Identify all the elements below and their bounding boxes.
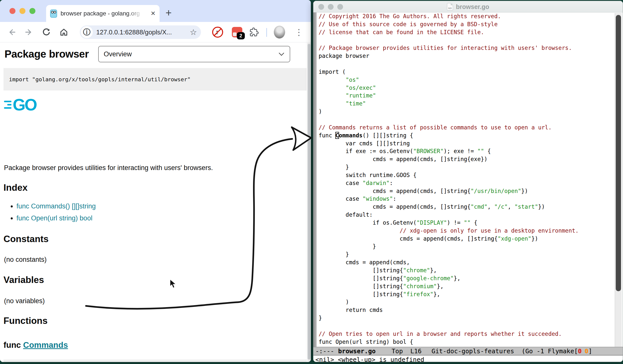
code-line[interactable] [319, 322, 615, 330]
code-line[interactable]: } [319, 251, 615, 259]
index-link-commands[interactable]: func Commands() [][]string [16, 202, 96, 210]
go-logo: GO [4, 95, 36, 114]
nav-select-value: Overview [104, 50, 132, 58]
doc-page: Package browser Overview import "golang.… [0, 42, 311, 362]
code-line[interactable]: } [319, 163, 615, 171]
bookmark-star-icon[interactable]: ☆ [190, 27, 197, 37]
code-line[interactable]: // license that can be found in the LICE… [319, 28, 615, 36]
scroll-blocker-extension-button[interactable]: ↕ [212, 26, 223, 38]
code-line[interactable]: default: [319, 211, 615, 219]
constants-empty-note: (no constants) [4, 256, 47, 264]
code-line[interactable]: switch runtime.GOOS { [319, 171, 615, 179]
avatar [274, 26, 285, 39]
index-link-open[interactable]: func Open(url string) bool [16, 214, 92, 222]
func-commands-heading: func Commands [3, 340, 68, 350]
code-line[interactable]: cmds = append(cmds, []string{"/usr/bin/o… [319, 187, 615, 195]
browser-tab[interactable]: browser package - golang.org ✕ [46, 5, 160, 22]
url-text[interactable]: 127.0.0.1:62888/gopls/X... [96, 28, 172, 36]
profile-button[interactable] [274, 26, 285, 38]
modeline-git-branch[interactable]: Git-doc-gopls-features [432, 348, 514, 355]
chrome-menu-button[interactable]: ⋮ [293, 26, 305, 38]
code-line[interactable]: return cmds [319, 306, 615, 314]
flymake-warning-count[interactable]: 0 [585, 348, 588, 355]
forward-button[interactable] [23, 26, 35, 38]
list-item: func Open(url string) bool [16, 214, 96, 222]
kebab-menu-icon: ⋮ [295, 27, 303, 37]
code-buffer[interactable]: // Copyright 2016 The Go Authors. All ri… [319, 12, 615, 348]
code-line[interactable]: "runtime" [319, 92, 615, 100]
functions-heading: Functions [3, 316, 48, 326]
code-line[interactable]: } [319, 243, 615, 251]
code-line[interactable]: []string{"firefox"}, [319, 290, 615, 298]
reload-button[interactable] [41, 26, 52, 38]
go-file-icon: GO [447, 3, 453, 10]
new-tab-button[interactable]: + [166, 7, 172, 19]
reload-icon [42, 28, 51, 37]
code-line[interactable]: import ( [319, 68, 615, 76]
page-scrollbar-thumb[interactable] [308, 44, 310, 360]
code-line[interactable]: cmds = append(cmds, []string{exe}) [319, 155, 615, 163]
code-line[interactable]: } [319, 314, 615, 322]
close-window-button[interactable] [9, 8, 15, 14]
extension-badge: 2 [237, 32, 245, 39]
flymake-error-count[interactable]: 0 [578, 348, 582, 355]
code-line[interactable]: cmds = append(cmds, []string{"xdg-open"}… [319, 235, 615, 243]
zoom-window-button[interactable] [29, 8, 35, 14]
code-line[interactable]: if os.Getenv("DISPLAY") != "" { [319, 219, 615, 227]
code-line[interactable]: "os" [319, 76, 615, 84]
code-line[interactable]: func Commands() [][]string { [319, 132, 615, 140]
modeline: -:--- browser.go Top L16 Git-doc-gopls-f… [313, 347, 623, 356]
code-line[interactable]: cmds = append(cmds, []string{"cmd", "/c"… [319, 203, 615, 211]
page-title: Package browser [4, 48, 89, 60]
code-line[interactable]: // Use of this source code is governed b… [319, 20, 615, 28]
tab-close-icon[interactable]: ✕ [151, 10, 156, 17]
puzzle-icon [249, 27, 259, 37]
extensions-menu-button[interactable] [248, 26, 260, 38]
package-nav-select[interactable]: Overview [98, 46, 290, 62]
code-line[interactable]: ) [319, 298, 615, 306]
page-scrollbar[interactable] [307, 43, 311, 362]
constants-heading: Constants [3, 234, 49, 244]
code-line[interactable]: case "darwin": [319, 179, 615, 187]
minimize-window-button[interactable] [19, 8, 25, 14]
site-info-button[interactable]: ⓘ [81, 26, 93, 38]
modeline-buffer-name[interactable]: browser.go [338, 348, 376, 355]
red-extension-button[interactable]: 2 [231, 26, 243, 38]
back-button[interactable] [6, 26, 17, 38]
func-commands-link[interactable]: Commands [23, 340, 68, 350]
editor-scrollbar[interactable] [615, 13, 622, 347]
modeline-prefix: -:--- [315, 348, 334, 355]
code-line[interactable] [319, 116, 615, 124]
index-heading: Index [3, 182, 28, 193]
modeline-major-mode[interactable]: (Go -1 Flymake[ [522, 348, 578, 355]
code-line[interactable]: if exe := os.Getenv("BROWSER"); exe != "… [319, 147, 615, 155]
no-scroll-icon: ↕ [212, 27, 223, 38]
code-line[interactable]: ) [319, 108, 615, 116]
code-line[interactable]: []string{"chrome"}, [319, 267, 615, 274]
package-intro: Package browser provides utilities for i… [4, 164, 213, 172]
gopher-favicon-icon [50, 9, 57, 18]
code-line[interactable]: // xdg-open is only for use in a desktop… [319, 227, 615, 235]
code-line[interactable]: func Open(url string) bool { [319, 338, 615, 346]
editor-scrollbar-thumb[interactable] [616, 15, 621, 291]
chevron-down-icon [278, 52, 285, 56]
code-line[interactable]: case "windows": [319, 195, 615, 203]
code-line[interactable]: // Commands returns a list of possible c… [319, 124, 615, 132]
code-line[interactable]: package browser [319, 52, 615, 60]
code-line[interactable]: cmds = append(cmds, [319, 259, 615, 267]
code-line[interactable]: // Copyright 2016 The Go Authors. All ri… [319, 12, 615, 20]
forward-arrow-icon [26, 30, 31, 35]
code-line[interactable]: // Package browser provides utilities fo… [319, 44, 615, 52]
code-line[interactable]: "time" [319, 100, 615, 108]
code-line[interactable]: []string{"chromium"}, [319, 282, 615, 290]
code-line[interactable]: []string{"google-chrome"}, [319, 274, 615, 282]
code-line[interactable]: "os/exec" [319, 84, 615, 92]
home-button[interactable] [58, 26, 70, 38]
code-line[interactable] [319, 60, 615, 68]
code-line[interactable] [319, 36, 615, 44]
editor-title-bar[interactable]: GO browser.go [313, 1, 623, 12]
chrome-window: browser package - golang.org ✕ + ⓘ 127.0… [0, 0, 311, 362]
code-line[interactable]: // Open tries to open url in a browser a… [319, 330, 615, 338]
address-bar[interactable]: ⓘ 127.0.0.1:62888/gopls/X... ☆ [80, 25, 201, 39]
code-line[interactable]: var cmds [][]string [319, 140, 615, 148]
